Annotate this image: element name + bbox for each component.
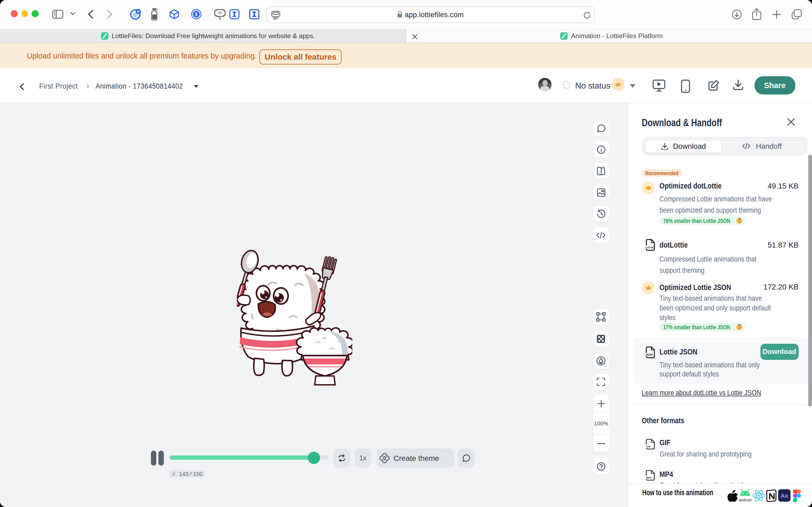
svg-text:MP4: MP4: [646, 476, 652, 479]
svg-text:Ae: Ae: [780, 492, 788, 499]
svg-text:JSON: JSON: [645, 353, 652, 356]
svg-text:LOTTIE: LOTTIE: [645, 246, 654, 249]
svg-text:android: android: [739, 498, 751, 502]
svg-text:GIF: GIF: [646, 445, 651, 448]
